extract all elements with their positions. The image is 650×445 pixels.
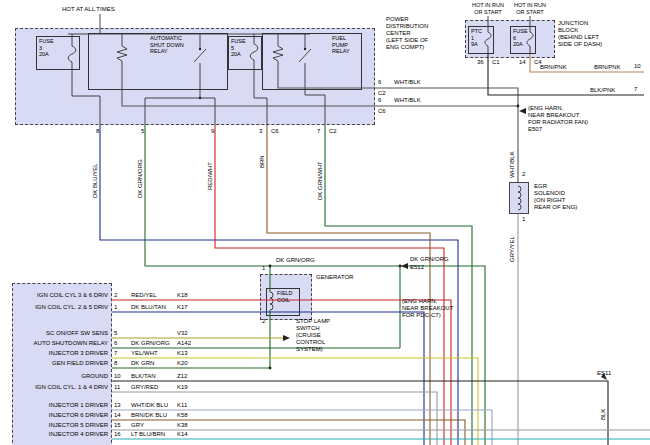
es11-wire-label: BLK bbox=[600, 409, 607, 420]
pdc-c7-line: FOR PDC-C7) bbox=[402, 312, 453, 319]
wire-label-brn: BRN bbox=[259, 155, 266, 168]
pdc-pin-3: 3 bbox=[259, 128, 262, 135]
relay1-split-dot bbox=[199, 97, 201, 99]
fuse5-label: FUSE 5 20A bbox=[231, 38, 246, 58]
generator-label: GENERATOR bbox=[316, 274, 353, 281]
stop-lamp-note: STOP LAMP SWITCH (CRUISE CONTROL SYSTEM) bbox=[296, 318, 330, 353]
jb-pin-36: 36 bbox=[477, 59, 484, 66]
e512-wire-label: DK GRN/ORG bbox=[410, 256, 449, 263]
pcm-wire-label: WHT/DK BLU bbox=[131, 402, 168, 409]
pcm-signal: IGN COIL CYL. 1 & 4 DRIV bbox=[14, 384, 108, 391]
pdc-c7-line: NEAR BREAKOUT bbox=[402, 305, 453, 312]
fp-relay-contact-arm bbox=[299, 49, 311, 62]
e507-line: FOR RADIATOR FAN) bbox=[528, 119, 588, 126]
jb-note-line: JUNCTION bbox=[558, 20, 602, 27]
fuel-pump-relay-label: FUEL PUMP RELAY bbox=[332, 35, 350, 55]
junction-hot-ticks bbox=[488, 16, 530, 26]
pdc-pin-7: 7 bbox=[317, 128, 320, 135]
pcm-signal: INJECTOR 3 DRIVER bbox=[14, 350, 108, 357]
fuse3-line: 20A bbox=[39, 51, 54, 58]
pcm-signal: SC ON/OFF SW SENS bbox=[14, 330, 108, 337]
jb-conn-c1: C1 bbox=[492, 59, 500, 66]
pcm-pin: 1 bbox=[114, 304, 117, 311]
fuse5-line: 20A bbox=[231, 51, 246, 58]
pdc-note-line: CENTER bbox=[386, 30, 428, 37]
pcm-signal: INJECTOR 4 DRIVER bbox=[14, 431, 108, 438]
asd-relay-contact-arm bbox=[194, 49, 206, 62]
pcm-signal: IGN COIL CYL. 2 & 5 DRIV bbox=[14, 304, 108, 311]
out2-conn: C6 bbox=[378, 108, 386, 115]
pcm-circuit: K11 bbox=[177, 402, 187, 409]
egr-name-label: EGR SOLENOID (ON RIGHT REAR OF ENG) bbox=[534, 183, 577, 211]
pcm-circuit: K38 bbox=[177, 422, 188, 429]
egr-pin-2: 2 bbox=[522, 171, 525, 178]
asd-relay-line: RELAY bbox=[150, 48, 184, 55]
wire-redwht bbox=[215, 125, 444, 445]
pdc-pin-9: 9 bbox=[211, 128, 214, 135]
wire-dkbluyel bbox=[100, 125, 458, 445]
relay1-contact-dot bbox=[199, 48, 201, 50]
gen-feed-wire-label: DK GRN/ORG bbox=[276, 257, 315, 264]
stop-lamp-line: CONTROL bbox=[296, 339, 330, 346]
fuse6-label: FUSE 6 20A bbox=[513, 28, 528, 48]
fuse3-line: FUSE bbox=[39, 38, 54, 45]
fuse6-line: 20A bbox=[513, 41, 528, 48]
hot-in-run-label-1: HOT IN RUN OR START bbox=[466, 2, 510, 15]
jb-note-line: (BEHIND LEFT bbox=[558, 34, 602, 41]
egr-coil-symbol bbox=[518, 186, 521, 210]
stop-lamp-line: STOP LAMP bbox=[296, 318, 330, 325]
wiring-diagram-page: { "colors":{"lavender":"#d9daf3","dk_blu… bbox=[0, 0, 650, 445]
pcm-signal: IGN COIL CYL 3 & 6 DRIV bbox=[14, 292, 108, 299]
junction-block-note: JUNCTION BLOCK (BEHIND LEFT SIDE OF DASH… bbox=[558, 20, 602, 48]
pcm-signal: INJECTOR 6 DRIVER bbox=[14, 412, 108, 419]
pdc-c7-note: (ENG HARN, NEAR BREAKOUT FOR PDC-C7) bbox=[402, 298, 453, 319]
pcm-wire-label: DK GRN bbox=[131, 360, 154, 367]
pcm-wire-label: BLK/TAN bbox=[131, 373, 156, 380]
pcm-wire-label: DK GRN/ORG bbox=[131, 340, 170, 347]
egr-wire-bot-label: GRY/YEL bbox=[509, 236, 516, 262]
pcm-circuit: K17 bbox=[177, 304, 188, 311]
pcm-circuit: Z12 bbox=[177, 373, 187, 380]
pcm-pin: 13 bbox=[114, 402, 121, 409]
splice-dot-e512 bbox=[399, 265, 402, 268]
fuse3-label: FUSE 3 20A bbox=[39, 38, 54, 58]
e512-arrow bbox=[401, 263, 408, 269]
pcm-pin: 11 bbox=[114, 384, 120, 391]
pcm-pin: 6 bbox=[114, 340, 117, 347]
pcm-circuit: K14 bbox=[177, 431, 188, 438]
pcm-signal: INJECTOR 5 DRIVER bbox=[14, 422, 108, 429]
pcm-pin: 16 bbox=[114, 431, 121, 438]
out1-wire-label: WHT/BLK bbox=[394, 79, 421, 86]
pdc-note-line: ENG COMPT) bbox=[386, 44, 428, 51]
pcm-pin: 15 bbox=[114, 422, 121, 429]
egr-wire-top-label: WHT/BLK bbox=[509, 151, 516, 178]
splice-dot-gen-feed bbox=[269, 265, 272, 268]
pcm-circuit: A142 bbox=[177, 340, 191, 347]
e512-splice-label: E512 bbox=[410, 264, 424, 271]
asd-relay-coil bbox=[117, 46, 127, 61]
pcm-wire-label: RED/YEL bbox=[131, 292, 157, 299]
e507-arrow bbox=[519, 108, 526, 114]
stop-lamp-line: SWITCH bbox=[296, 325, 330, 332]
hot1-line: OR START bbox=[466, 9, 510, 16]
blkpnk-label: BLK/PNK bbox=[590, 87, 615, 94]
fp-relay-line: RELAY bbox=[332, 48, 350, 55]
field-coil-line: COIL bbox=[277, 297, 293, 304]
pcm-circuit: K19 bbox=[177, 384, 188, 391]
wire-dkgrnwht bbox=[325, 125, 472, 445]
e507-line: NEAR BREAKOUT bbox=[528, 112, 588, 119]
field-coil-symbol bbox=[270, 292, 273, 310]
ptc1-symbol bbox=[485, 26, 491, 54]
out2-wire-label: WHT/BLK bbox=[394, 97, 421, 104]
pcm-wire-label: GRY bbox=[131, 422, 144, 429]
brnpnk-label-1: BRN/PNK bbox=[540, 64, 567, 71]
wire-label-dkgrnwht: DK GRN/WHT bbox=[317, 161, 324, 200]
hot-in-run-label-2: HOT IN RUN OR START bbox=[508, 2, 552, 15]
wire-label-dkgrnorg: DK GRN/ORG bbox=[137, 159, 144, 198]
hot2-line: HOT IN RUN bbox=[508, 2, 552, 9]
fuse3-symbol bbox=[68, 34, 76, 68]
pdc-note-line: POWER bbox=[386, 16, 428, 23]
wire-dkgrnorg-main bbox=[145, 125, 485, 445]
asd-relay-out-left bbox=[145, 98, 200, 125]
pcm-pin: 2 bbox=[114, 292, 117, 299]
